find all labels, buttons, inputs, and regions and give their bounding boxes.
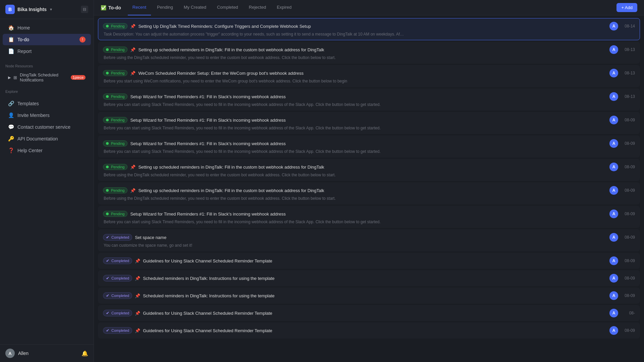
notification-icon[interactable]: 🔔	[82, 350, 88, 357]
task-item[interactable]: Pending Setup Wizard for Timed Reminders…	[98, 135, 640, 158]
status-badge: ✔Completed	[103, 310, 132, 316]
task-item[interactable]: ✔Completed 📌 Guidelines for Using Slack …	[98, 322, 640, 339]
task-item[interactable]: Pending Setup Wizard for Timed Reminders…	[98, 206, 640, 228]
task-item[interactable]: ✔Completed 📌 Guidelines for Using Slack …	[98, 305, 640, 321]
sidebar-item-api[interactable]: 🔑 API Documentation	[3, 133, 91, 144]
task-title: Setup Wizard for Timed Reminders #1: Fil…	[130, 212, 607, 217]
invite-icon: 👤	[8, 112, 14, 118]
status-badge: Pending	[103, 70, 127, 76]
task-avatar: A	[609, 186, 618, 195]
sidebar-item-todo-label: To-do	[17, 37, 29, 42]
task-desc: Before you can start using Slack Timed R…	[103, 102, 405, 107]
sidebar-footer: A Allen 🔔	[0, 344, 94, 362]
explore-section: 🔗 Templates 👤 Invite Members 💬 Contact c…	[0, 95, 94, 159]
task-title: Guidelines for Using Slack Channel Sched…	[143, 258, 607, 263]
sidebar-item-todo[interactable]: 📋 To-do !	[3, 34, 91, 45]
status-badge: ✔Completed	[103, 327, 132, 334]
sidebar-item-report[interactable]: 📄 Report	[3, 46, 91, 57]
task-title: Scheduled reminders in DingTalk: Instruc…	[143, 276, 607, 281]
task-title: Scheduled reminders in DingTalk: Instruc…	[143, 293, 607, 298]
task-item[interactable]: Pending 📌 Setting up scheduled reminders…	[98, 42, 640, 64]
task-avatar: A	[609, 326, 618, 335]
task-title: Setting up scheduled reminders in DingTa…	[138, 188, 607, 193]
task-item[interactable]: Pending 📌 Setting up scheduled reminders…	[98, 159, 640, 181]
contact-icon: 💬	[8, 124, 14, 130]
sidebar-item-invite[interactable]: 👤 Invite Members	[3, 110, 91, 121]
task-item[interactable]: ✔Completed 📌 Scheduled reminders in Ding…	[98, 270, 640, 286]
task-title: Guidelines for Using Slack Channel Sched…	[143, 328, 607, 333]
pin-icon: 📌	[135, 293, 140, 298]
task-item[interactable]: ✔Completed 📌 Guidelines for Using Slack …	[98, 253, 640, 269]
sidebar-item-home-label: Home	[17, 25, 30, 31]
task-date: 08-09	[622, 118, 635, 122]
status-badge: Pending	[103, 140, 127, 146]
pin-icon: 📌	[130, 47, 136, 52]
task-avatar: A	[609, 69, 618, 77]
task-desc: Before you can start using Slack Timed R…	[103, 149, 405, 154]
task-avatar: A	[609, 116, 618, 124]
status-badge: Pending	[103, 187, 127, 193]
todo-icon: 📋	[8, 37, 14, 43]
status-badge: ✔Completed	[103, 234, 132, 241]
task-item[interactable]: Pending 📌 Setting Up DingTalk Timed Remi…	[98, 18, 640, 40]
tab-expired[interactable]: Expired	[272, 0, 296, 15]
task-avatar: A	[609, 291, 618, 300]
sidebar-item-invite-label: Invite Members	[17, 113, 50, 118]
sidebar-item-report-label: Report	[17, 49, 32, 54]
task-item[interactable]: Pending 📌 WeCom Scheduled Reminder Setup…	[98, 65, 640, 87]
task-avatar: A	[609, 274, 618, 283]
task-item[interactable]: Pending 📌 Setting up scheduled reminders…	[98, 182, 640, 204]
sidebar-item-contact[interactable]: 💬 Contact customer service	[3, 121, 91, 133]
sidebar: B Bika Insights ▾ ⊟ 🏠 Home 📋 To-do ! 📄 R…	[0, 0, 94, 362]
workspace-chevron-icon: ▾	[50, 7, 52, 12]
task-desc: You can customize the space name, go and…	[103, 243, 405, 248]
collapse-sidebar-button[interactable]: ⊟	[81, 6, 88, 13]
status-badge: Pending	[103, 47, 127, 53]
task-date: 08-13	[622, 71, 635, 75]
todo-title-icon: ✅	[101, 5, 106, 10]
task-item[interactable]: ✔Completed Set space name A 08-09 You ca…	[98, 229, 640, 251]
task-date: 08-09	[622, 165, 635, 169]
task-date: 08-13	[622, 94, 635, 99]
task-item[interactable]: Pending Setup Wizard for Timed Reminders…	[98, 112, 640, 134]
sidebar-item-dingtalk[interactable]: ▶ ⊞ DingTalk Scheduled Notifications 1pi…	[3, 70, 91, 85]
task-desc: Before using the DingTalk scheduled remi…	[103, 55, 405, 60]
main-content: ✅ To-do Recent Pending My Created Comple…	[94, 0, 644, 362]
tab-rejected[interactable]: Rejected	[244, 0, 271, 15]
help-icon: ❓	[8, 147, 14, 154]
workspace-icon: B	[5, 5, 15, 14]
task-item[interactable]: Pending Setup Wizard for Timed Reminders…	[98, 88, 640, 111]
status-badge: ✔Completed	[103, 292, 132, 299]
task-date: 08-09	[622, 258, 635, 263]
pin-icon: 📌	[135, 328, 140, 333]
api-icon: 🔑	[8, 136, 14, 142]
task-title: Setup Wizard for Timed Reminders #1: Fil…	[130, 141, 607, 146]
add-button[interactable]: + Add	[616, 3, 637, 12]
task-avatar: A	[609, 309, 618, 317]
task-desc: Before using the DingTalk scheduled remi…	[103, 173, 405, 177]
status-badge: Pending	[103, 23, 127, 29]
tab-recent[interactable]: Recent	[128, 0, 151, 15]
sidebar-item-home[interactable]: 🏠 Home	[3, 22, 91, 34]
home-icon: 🏠	[8, 25, 14, 31]
tab-completed[interactable]: Completed	[212, 0, 243, 15]
task-title: Setting Up DingTalk Timed Reminders: Con…	[138, 24, 607, 29]
explore-label: Explore	[0, 85, 94, 95]
task-item[interactable]: ✔Completed 📌 Scheduled reminders in Ding…	[98, 288, 640, 304]
top-bar: ✅ To-do Recent Pending My Created Comple…	[94, 0, 644, 15]
workspace-name: Bika Insights	[17, 7, 47, 12]
tab-pending[interactable]: Pending	[152, 0, 178, 15]
task-title: WeCom Scheduled Reminder Setup: Enter th…	[138, 71, 607, 76]
task-date: 08-09	[622, 293, 635, 298]
dingtalk-label: DingTalk Scheduled Notifications	[20, 72, 68, 82]
sidebar-item-help[interactable]: ❓ Help Center	[3, 145, 91, 156]
task-list: Pending 📌 Setting Up DingTalk Timed Remi…	[94, 15, 644, 362]
task-date: 08-13	[622, 47, 635, 52]
sidebar-item-templates-label: Templates	[17, 101, 39, 106]
task-date: 08-09	[622, 141, 635, 146]
sidebar-item-templates[interactable]: 🔗 Templates	[3, 98, 91, 109]
task-avatar: A	[609, 92, 618, 101]
status-badge: ✔Completed	[103, 275, 132, 282]
tab-my-created[interactable]: My Created	[179, 0, 211, 15]
sidebar-header: B Bika Insights ▾ ⊟	[0, 0, 94, 19]
